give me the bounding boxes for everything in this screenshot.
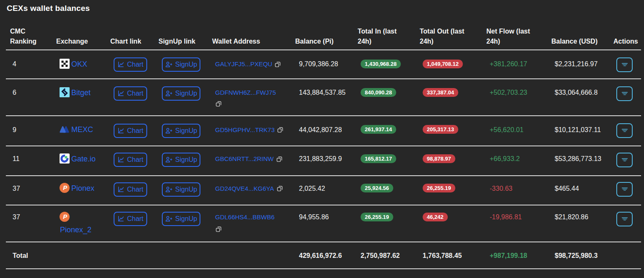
svg-text:P: P	[63, 213, 68, 220]
svg-text:P: P	[63, 184, 68, 191]
